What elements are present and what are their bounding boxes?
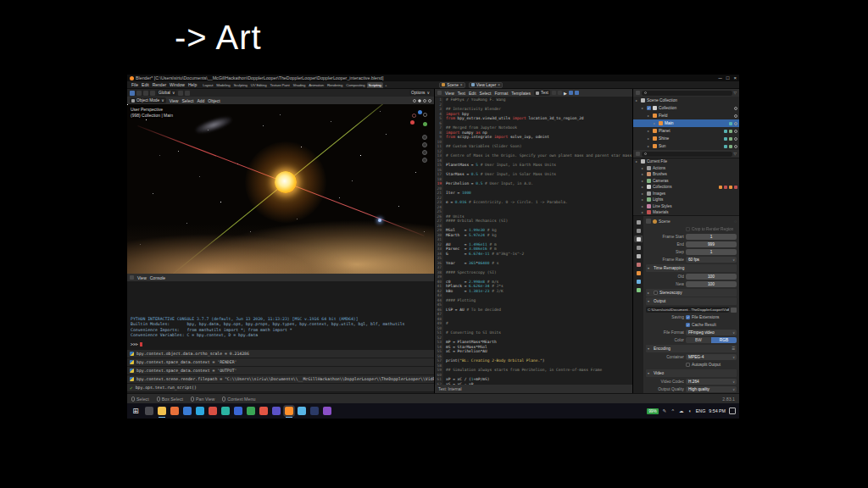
file-explorer-taskbar-icon[interactable] [158, 407, 166, 415]
notepad-taskbar-icon[interactable] [323, 407, 331, 415]
line-numbers-toggle[interactable] [569, 91, 573, 95]
snap-magnet-icon[interactable] [178, 91, 183, 96]
blend-row-line-styles[interactable]: ▸Line Styles [633, 203, 739, 210]
properties-tab-view-layer[interactable] [634, 244, 643, 251]
toggle-perspective-icon[interactable] [422, 158, 427, 163]
teams-taskbar-icon[interactable] [221, 407, 230, 415]
navigation-gizmo[interactable] [409, 110, 428, 129]
outliner-search-input[interactable] [642, 91, 732, 96]
checkbox[interactable] [686, 227, 690, 231]
outliner-row-sun[interactable]: ▸Sun [633, 142, 739, 150]
unlink-scene-icon[interactable]: × [460, 83, 463, 87]
properties-tab-modifiers[interactable] [634, 278, 643, 285]
pen-icon[interactable]: ✎ [662, 408, 667, 413]
menu-console[interactable]: Console [148, 275, 167, 280]
expand-icon[interactable]: ▸ [642, 166, 645, 170]
sun-object[interactable] [275, 171, 297, 193]
value-field[interactable]: 1 [686, 249, 737, 255]
onedrive-cloud-icon[interactable]: ☁ [679, 408, 684, 413]
menu-view[interactable]: View [443, 91, 456, 96]
window-titlebar[interactable]: Blender* [C:\Users\siriu\Documents\__McG… [127, 75, 739, 81]
editor-type-icon[interactable] [437, 91, 442, 95]
outliner-row-planet[interactable]: ▸Planet [633, 127, 739, 135]
transform-orientation-dropdown[interactable]: Global ∨ [157, 90, 176, 96]
task-view-taskbar-icon[interactable] [145, 407, 153, 415]
menu-view[interactable]: View [136, 275, 148, 280]
expand-icon[interactable]: ▸ [642, 179, 645, 183]
tool-icon[interactable] [150, 91, 155, 96]
dropdown[interactable]: FFmpeg video∨ [686, 330, 737, 336]
gizmo-x-axis[interactable] [410, 120, 415, 125]
skype-taskbar-icon[interactable] [196, 407, 204, 415]
blend-outliner-search-input[interactable] [642, 152, 732, 157]
editor-type-icon[interactable] [636, 91, 640, 95]
excel-taskbar-icon[interactable] [247, 407, 255, 415]
checkbox[interactable]: ✓ [686, 323, 690, 327]
menu-format[interactable]: Format [492, 91, 509, 96]
cursor-tool-icon[interactable] [136, 91, 142, 96]
folder-icon[interactable] [731, 308, 737, 313]
properties-tab-render[interactable] [634, 227, 643, 234]
value-field[interactable]: 999 [686, 241, 737, 247]
text-datablock-selector[interactable]: Text [534, 90, 550, 96]
code-area[interactable]: 1# FWPhys / YouRong F. Wang23## Interact… [435, 97, 632, 385]
blend-row-current-file[interactable]: ▸Current File [633, 158, 739, 165]
value-field[interactable]: 100 [686, 281, 737, 287]
blend-row-cameras[interactable]: ▸Cameras [633, 178, 739, 185]
zoom-icon[interactable] [422, 135, 427, 140]
gmail-taskbar-icon[interactable] [209, 407, 217, 415]
workspace-tab-animation[interactable]: Animation [307, 82, 326, 88]
dropdown[interactable]: 60 fps∨ [686, 257, 737, 263]
properties-tab-object[interactable] [634, 269, 643, 276]
notification-center-icon[interactable] [729, 408, 736, 414]
start-button[interactable]: ⊞ [131, 403, 141, 419]
workspace-tab-layout[interactable]: Layout [201, 82, 214, 88]
3d-viewport[interactable]: User Perspective (998) Collection | Main [127, 104, 434, 274]
active-tool-icon[interactable] [130, 91, 135, 96]
expand-icon[interactable]: ▸ [648, 114, 651, 118]
material-shading-icon[interactable] [423, 99, 426, 103]
blender-taskbar-icon[interactable] [285, 407, 293, 415]
expand-icon[interactable]: ▸ [642, 172, 645, 176]
prop-video[interactable]: ▾Video [646, 369, 737, 377]
minimize-button[interactable]: ─ [719, 75, 722, 81]
outliner-row-field[interactable]: ▸Field [633, 112, 739, 119]
prop-output[interactable]: ▾Output [646, 297, 737, 305]
menu-templates[interactable]: Templates [509, 91, 532, 96]
unlink-view-layer-icon[interactable]: × [498, 83, 500, 87]
expand-icon[interactable]: ▸ [642, 210, 645, 214]
filter-icon[interactable]: ▽ [734, 152, 737, 156]
gizmo-y-axis[interactable] [423, 122, 427, 126]
presets-icon[interactable]: ☰ [732, 347, 735, 351]
blend-row-brushes[interactable]: ▸Brushes [633, 171, 739, 178]
menu-render[interactable]: Render [151, 82, 168, 87]
blend-row-lights[interactable]: ▸Lights [633, 197, 739, 203]
eye-icon[interactable] [734, 107, 737, 110]
workspace-tab-[interactable]: + [383, 82, 388, 88]
powerpoint-taskbar-icon[interactable] [259, 407, 268, 415]
expand-icon[interactable]: ▸ [636, 159, 639, 164]
maximize-button[interactable]: □ [726, 75, 730, 81]
blend-row-materials[interactable]: ▸Materials [633, 209, 739, 215]
prop-time-remapping[interactable]: ▾Time Remapping [646, 264, 737, 272]
info-log-row[interactable]: bpy.context.space_data.context = 'OUTPUT… [127, 367, 434, 375]
expand-icon[interactable]: ▸ [642, 191, 645, 196]
battery-indicator[interactable]: 99% [647, 408, 659, 414]
menu-window[interactable]: Window [168, 82, 186, 87]
prop-stereoscopy[interactable]: ▸Stereoscopy [646, 289, 737, 297]
move-view-icon[interactable] [422, 142, 427, 147]
info-log-row[interactable]: bpy.context.object.data.ortho_scale = 0.… [127, 350, 434, 358]
view-layer-selector[interactable]: View Layer × [469, 82, 503, 88]
info-log-row[interactable]: ✓bpy.ops.text.run_script() [127, 384, 434, 392]
filter-icon[interactable]: ▽ [734, 91, 737, 95]
properties-filter-icon[interactable] [646, 219, 651, 224]
gizmo-z-axis[interactable] [418, 110, 422, 114]
syntax-highlight-toggle[interactable] [575, 91, 579, 95]
eye-icon[interactable] [734, 145, 737, 148]
eye-icon[interactable] [734, 130, 737, 133]
properties-tab-object-data[interactable] [634, 286, 643, 293]
workspace-tab-scripting[interactable]: Scripting [367, 82, 383, 88]
blend-row-actions[interactable]: ▸Actions [633, 165, 739, 172]
expand-icon[interactable]: ▸ [642, 204, 645, 208]
scene-selector[interactable]: Scene × [439, 82, 465, 88]
